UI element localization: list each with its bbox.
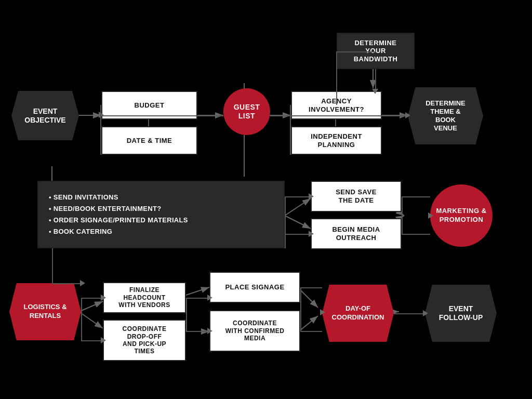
finalize-headcount: FINALIZE HEADCOUNT WITH VENDORS <box>103 282 186 313</box>
independent-planning: INDEPENDENT PLANNING <box>291 126 382 155</box>
begin-media-outreach: BEGIN MEDIA OUTREACH <box>311 218 402 249</box>
place-signage: PLACE SIGNAGE <box>209 272 300 303</box>
coordinate-dropoff: COORDINATE DROP-OFF AND PICK-UP TIMES <box>103 320 186 361</box>
svg-line-12 <box>79 301 103 312</box>
send-invitations-block: • SEND INVITATIONS • NEED/BOOK ENTERTAIN… <box>37 181 285 248</box>
svg-line-17 <box>299 316 318 331</box>
day-of-coordination: DAY-OF COORDINATION <box>322 285 394 342</box>
coordinate-media: COORDINATE WITH CONFIRMED MEDIA <box>209 310 300 352</box>
marketing-promotion: MARKETING & PROMOTION <box>430 184 493 247</box>
svg-line-8 <box>285 198 311 216</box>
svg-line-16 <box>299 288 318 308</box>
logistics-rentals: LOGISTICS & RENTALS <box>9 283 81 340</box>
event-followup: EVENT FOLLOW-UP <box>425 285 497 342</box>
svg-line-13 <box>79 312 103 328</box>
diagram: EVENT OBJECTIVE BUDGET DATE & TIME GUEST… <box>0 0 532 399</box>
event-objective: EVENT OBJECTIVE <box>11 91 79 140</box>
send-save-date: SEND SAVE THE DATE <box>311 181 402 212</box>
svg-line-9 <box>285 216 311 229</box>
determine-bandwidth: DETERMINE YOUR BANDWIDTH <box>337 33 415 69</box>
guest-list: GUEST LIST <box>223 88 270 135</box>
svg-line-14 <box>186 287 209 295</box>
date-time-box: DATE & TIME <box>101 126 197 155</box>
determine-theme: DETERMINE THEME & BOOK VENUE <box>408 87 483 144</box>
